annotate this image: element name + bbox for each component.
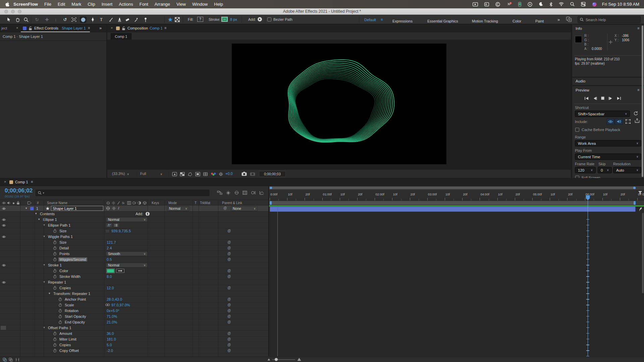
shortcut-dropdown[interactable]: Shift+Spacebar∨	[575, 111, 630, 117]
property-label[interactable]: Scale	[65, 303, 74, 307]
property-value[interactable]: 5.0	[107, 343, 112, 347]
property-label[interactable]: Rotation	[65, 309, 78, 313]
property-label[interactable]: Size	[59, 240, 66, 244]
expand-transfer-controls-icon[interactable]	[15, 358, 19, 362]
wifi-icon[interactable]	[559, 2, 564, 6]
play-circle-icon[interactable]	[528, 2, 532, 7]
rotate-tool[interactable]: ↺	[62, 16, 68, 23]
apple-menu-icon[interactable]	[5, 2, 10, 7]
property-label[interactable]: Detail	[59, 246, 69, 250]
audio-panel-title[interactable]: Audio	[576, 79, 585, 83]
property-row-rotation[interactable]: Rotation0x+5.0°@	[0, 308, 268, 314]
stopwatch-icon[interactable]	[58, 303, 62, 307]
zoom-out-mountain-icon[interactable]	[267, 358, 270, 361]
menubar-clock[interactable]: Fri Sep 10 8:59 AM	[602, 2, 639, 7]
resolution-dropdown[interactable]: Full ∨	[140, 172, 162, 176]
navigator-end-handle[interactable]	[633, 187, 636, 189]
selection-tool[interactable]	[5, 16, 12, 23]
property-label[interactable]: End Opacity	[65, 320, 85, 324]
property-value[interactable]: 0.5	[107, 257, 112, 261]
brush-tool[interactable]	[107, 16, 114, 23]
hand-tool[interactable]	[14, 16, 21, 23]
roto-brush-tool[interactable]	[133, 16, 140, 23]
pickwhip-icon[interactable]: @	[227, 275, 231, 278]
property-row-start-opacity[interactable]: Start Opacity71.0%@	[0, 314, 268, 319]
mask-outline-icon[interactable]	[187, 172, 193, 176]
property-row-points[interactable]: PointsSmooth∨@	[0, 251, 268, 257]
ec-tab-target[interactable]: Shape Layer 1	[62, 26, 86, 30]
property-label[interactable]: Ellipse 1	[43, 218, 57, 222]
add-shape-button[interactable]	[258, 17, 262, 21]
pickwhip-icon[interactable]: @	[227, 229, 231, 233]
property-row-anchor-point[interactable]: Anchor Point28.0,43.0@	[0, 297, 268, 302]
property-label[interactable]: Copies	[59, 286, 71, 290]
stopwatch-icon[interactable]	[53, 240, 57, 244]
property-row-ellipse-path-1[interactable]: ▾Ellipse Path 1	[0, 223, 268, 228]
previous-frame-icon[interactable]	[593, 97, 597, 100]
workspace-overflow[interactable]: »	[557, 17, 560, 22]
property-label[interactable]: Repeater 1	[48, 280, 66, 284]
include-export-icon[interactable]	[635, 118, 640, 123]
eye-icon[interactable]	[2, 235, 6, 238]
pickwhip-icon[interactable]: @	[227, 320, 231, 324]
channel-dots-icon[interactable]	[211, 172, 216, 176]
comp-marker-bin-icon[interactable]	[638, 191, 642, 195]
property-label[interactable]: Contents	[40, 212, 55, 216]
color-swatch[interactable]	[107, 269, 114, 273]
comp-unlock-icon[interactable]	[122, 26, 125, 31]
stopwatch-icon[interactable]	[53, 349, 57, 353]
property-dropdown[interactable]: Normal∨	[106, 217, 148, 222]
pickwhip-icon[interactable]: @	[227, 252, 231, 255]
ec-overflow[interactable]: »	[99, 25, 102, 31]
timeline-zoom-handle[interactable]	[275, 358, 278, 361]
property-value[interactable]: 0x+5.0°	[107, 309, 119, 313]
info-panel-title[interactable]: Info	[576, 26, 582, 31]
orbit-camera-tool[interactable]: ↻	[34, 16, 40, 23]
pan-camera-tool[interactable]: ✚	[44, 16, 50, 23]
property-label[interactable]: Size	[59, 229, 66, 233]
pickwhip-icon[interactable]: @	[227, 246, 231, 250]
property-row-stroke-width[interactable]: Stroke Width8.0@	[0, 274, 268, 280]
menubar-app-name[interactable]: ScreenFlow	[13, 2, 38, 7]
property-row-copy-offset[interactable]: Copy Offset-2.0@	[0, 348, 268, 354]
path-direction-icon-2[interactable]	[113, 223, 119, 227]
zoom-in-mountain-icon[interactable]	[297, 358, 301, 361]
property-row-color[interactable]: Color@	[0, 268, 268, 274]
property-label[interactable]: Wiggle Paths 1	[48, 235, 73, 239]
stroke-style-swatch[interactable]	[116, 269, 124, 273]
property-label[interactable]: Transform: Repeater 1	[53, 292, 90, 296]
moon-icon[interactable]	[539, 2, 543, 6]
preview-panel-title[interactable]: Preview	[576, 88, 589, 92]
eye-cell-box[interactable]	[1, 326, 6, 330]
property-row-end-opacity[interactable]: End Opacity21.0%@	[0, 319, 268, 325]
search-help-field[interactable]: Search Help	[578, 16, 641, 23]
property-value[interactable]: 12.0	[107, 286, 114, 290]
eye-icon[interactable]	[2, 264, 6, 267]
screen-record-icon[interactable]	[473, 2, 478, 6]
ec-panel-menu-icon[interactable]: ≡	[88, 26, 90, 30]
expand-in-out-icon[interactable]	[3, 358, 7, 362]
snapshot-camera-icon[interactable]	[241, 172, 247, 176]
full-screen-checkbox[interactable]	[575, 176, 579, 178]
creative-cloud-icon[interactable]	[495, 2, 500, 7]
stopwatch-icon[interactable]	[53, 286, 57, 290]
tool-creates-shape-icon[interactable]	[167, 16, 173, 22]
first-frame-icon[interactable]	[584, 97, 589, 100]
menubar-menu-help[interactable]: Help	[214, 2, 223, 7]
comp-viewer-area[interactable]	[107, 40, 571, 169]
device-icon[interactable]	[518, 2, 521, 7]
ec-tab-title[interactable]: Effect Controls	[34, 26, 58, 30]
twirl-icon[interactable]: ▾	[49, 292, 50, 295]
stopwatch-icon[interactable]	[53, 257, 57, 261]
pickwhip-icon[interactable]: @	[227, 349, 231, 352]
app-badge-icon[interactable]: 1	[506, 2, 512, 7]
eraser-tool[interactable]	[124, 16, 131, 23]
link-icon[interactable]	[105, 303, 110, 306]
property-label[interactable]: Copy Offset	[59, 349, 79, 353]
eye-icon[interactable]	[2, 224, 6, 227]
control-center-icon[interactable]	[581, 2, 586, 6]
camera-tool[interactable]	[70, 16, 77, 23]
track-vertical-scrollbar[interactable]	[642, 213, 644, 293]
property-row-scale[interactable]: Scale97.0,97.0%@	[0, 302, 268, 308]
value-prebox[interactable]	[105, 229, 110, 233]
